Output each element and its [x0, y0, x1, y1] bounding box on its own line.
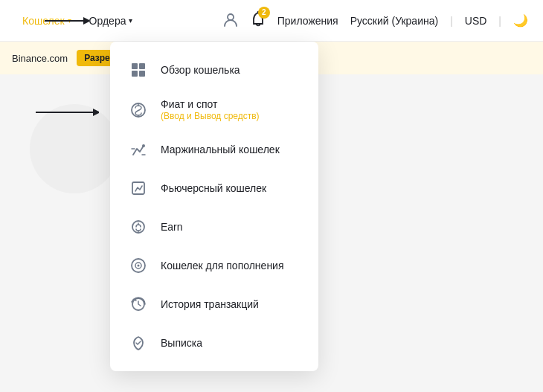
- svg-point-20: [138, 265, 140, 267]
- svg-rect-7: [139, 63, 145, 69]
- arrow-icon-2: [36, 105, 99, 120]
- notification-bell[interactable]: 2: [251, 11, 266, 30]
- fiat-icon: [128, 100, 149, 121]
- dropdown-item-earn[interactable]: Earn: [110, 208, 318, 246]
- fiat-spot-sublabel: (Ввод и Вывод средств): [161, 111, 260, 121]
- dropdown-item-history[interactable]: История транзакций: [110, 285, 318, 324]
- language-label[interactable]: Русский (Украина): [350, 15, 438, 27]
- orders-chevron-icon: ▾: [129, 16, 132, 25]
- navbar: Кошелек ▾ Ордера ▾ 2 Приложения Русский …: [0, 0, 543, 42]
- earn-label: Earn: [161, 221, 183, 233]
- dropdown-item-overview[interactable]: Обзор кошелька: [110, 51, 318, 89]
- margin-label: Маржинальный кошелек: [161, 144, 280, 155]
- statement-text: Выписка: [161, 337, 202, 349]
- arrow-annotation-2: [36, 105, 99, 120]
- futures-icon: [128, 178, 149, 199]
- svg-point-2: [228, 14, 234, 20]
- orders-label: Ордера: [89, 15, 126, 27]
- svg-marker-5: [93, 109, 99, 116]
- nav-right: 2 Приложения Русский (Украина) | USD | 🌙: [222, 11, 528, 30]
- arrow-annotation-1: [45, 13, 89, 28]
- history-text: История транзакций: [161, 298, 259, 310]
- margin-text: Маржинальный кошелек: [161, 144, 280, 155]
- overview-text: Обзор кошелька: [161, 64, 240, 76]
- margin-icon: [128, 139, 149, 160]
- funding-label: Кошелек для пополнения: [161, 260, 284, 271]
- fiat-spot-label: Фиат и спот: [161, 98, 260, 110]
- history-icon: [128, 294, 149, 315]
- nav-divider-1: |: [450, 15, 453, 27]
- dropdown-item-fiat-spot[interactable]: Фиат и спот (Ввод и Вывод средств): [110, 89, 318, 130]
- grid-icon: [128, 60, 149, 80]
- overview-label: Обзор кошелька: [161, 64, 240, 76]
- svg-rect-6: [132, 63, 138, 69]
- svg-rect-8: [132, 71, 138, 77]
- currency-label[interactable]: USD: [465, 15, 487, 27]
- statement-icon: [128, 332, 149, 353]
- dark-mode-toggle[interactable]: 🌙: [513, 13, 528, 28]
- statement-label: Выписка: [161, 337, 202, 349]
- dropdown-item-statement[interactable]: Выписка: [110, 324, 318, 362]
- wallet-dropdown-menu: Обзор кошелька Фиат и спот (Ввод и Вывод…: [110, 42, 318, 371]
- dropdown-item-margin[interactable]: Маржинальный кошелек: [110, 130, 318, 169]
- futures-text: Фьючерсный кошелек: [161, 182, 266, 194]
- funding-text: Кошелек для пополнения: [161, 260, 284, 271]
- earn-icon: [128, 216, 149, 237]
- nav-divider-2: |: [498, 15, 501, 27]
- svg-point-13: [142, 144, 145, 147]
- history-label: История транзакций: [161, 298, 259, 310]
- futures-label: Фьючерсный кошелек: [161, 182, 266, 194]
- arrow-icon-1: [45, 13, 89, 28]
- profile-icon[interactable]: [222, 11, 239, 30]
- svg-rect-9: [139, 71, 145, 77]
- apps-label[interactable]: Приложения: [277, 15, 338, 27]
- domain-text: Binance.com: [12, 53, 68, 64]
- earn-text: Earn: [161, 221, 183, 233]
- funding-icon: [128, 255, 149, 276]
- fiat-spot-text: Фиат и спот (Ввод и Вывод средств): [161, 98, 260, 121]
- dropdown-item-futures[interactable]: Фьючерсный кошелек: [110, 169, 318, 208]
- svg-marker-1: [83, 17, 89, 25]
- notification-badge: 2: [258, 7, 270, 19]
- orders-nav-item[interactable]: Ордера ▾: [82, 10, 141, 31]
- dropdown-item-funding[interactable]: Кошелек для пополнения: [110, 246, 318, 285]
